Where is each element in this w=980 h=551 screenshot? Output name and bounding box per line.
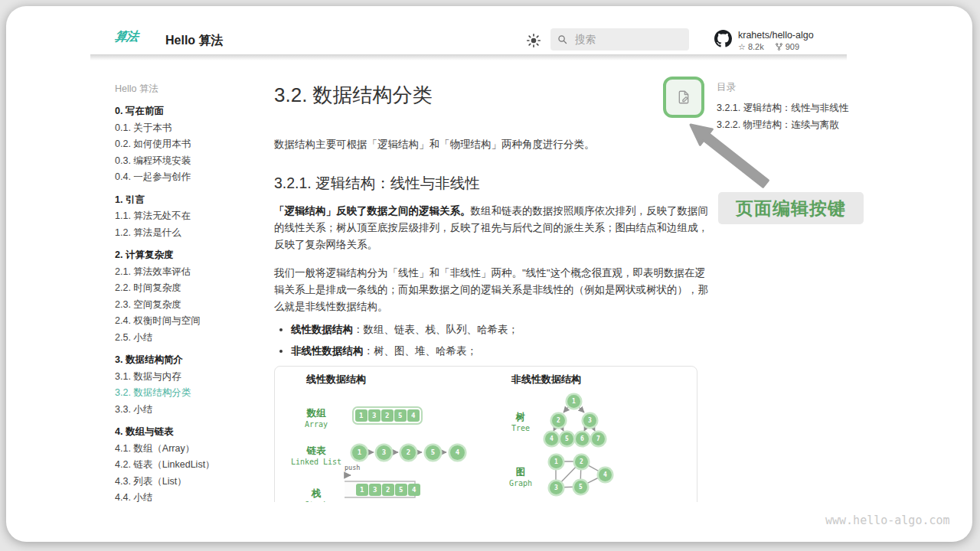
- sidebar-item[interactable]: 0.4. 一起参与创作: [115, 169, 264, 186]
- sidebar-item[interactable]: 1.1. 算法无处不在: [115, 208, 264, 225]
- figure-left-title: 线性数据结构: [306, 373, 366, 386]
- linked-list-label: 链表 Linked List: [282, 445, 351, 467]
- array-label: 数组 Array: [282, 408, 351, 429]
- linked-list-node: 3: [377, 445, 391, 460]
- graph-node: 5: [574, 481, 587, 494]
- data-structure-figure: 线性数据结构 非线性数据结构 数组 Array 13254 链表 Linked …: [274, 366, 697, 502]
- push-label: push: [345, 464, 360, 471]
- toc-list: 3.2.1. 逻辑结构：线性与非线性3.2.2. 物理结构：连续与离散: [717, 99, 900, 133]
- array-cell: 3: [368, 409, 381, 422]
- tree-node: 3: [583, 414, 596, 427]
- sidebar-item[interactable]: 2.4. 权衡时间与空间: [115, 313, 264, 330]
- sidebar-item[interactable]: 0.1. 关于本书: [115, 120, 264, 137]
- bullet-item: 线性数据结构：数组、链表、栈、队列、哈希表；: [291, 321, 712, 338]
- star-icon: ☆: [738, 41, 746, 52]
- tree-node: 1: [567, 395, 580, 408]
- file-edit-icon: [675, 89, 692, 106]
- graph-label: 图 Graph: [498, 467, 544, 488]
- repo-name: krahets/hello-algo: [738, 30, 814, 41]
- array-cell: 4: [407, 409, 420, 422]
- tree-label: 树 Tree: [498, 412, 544, 433]
- github-icon: [714, 30, 732, 47]
- annotation-label: 页面编辑按键: [736, 197, 846, 220]
- toc-item[interactable]: 3.2.1. 逻辑结构：线性与非线性: [717, 99, 900, 116]
- tree-node: 7: [592, 432, 605, 445]
- github-repo-link[interactable]: krahets/hello-algo ☆ 8.2k 909: [714, 30, 814, 52]
- tree-node: 4: [545, 432, 558, 445]
- search-icon: [557, 34, 568, 45]
- sidebar-item[interactable]: 2.3. 空间复杂度: [115, 297, 264, 314]
- bullet-desc: ：树、图、堆、哈希表；: [364, 345, 478, 357]
- site-logo[interactable]: 算法: [114, 29, 139, 45]
- graph-node: 1: [550, 455, 563, 468]
- linked-list-node: 1: [352, 445, 367, 460]
- sidebar-item[interactable]: 0.2. 如何使用本书: [115, 136, 264, 153]
- array-cells: 13254: [354, 408, 421, 423]
- tree-node: 2: [552, 414, 565, 427]
- bullet-term: 线性数据结构: [291, 324, 353, 335]
- section-heading: 3.2.1. 逻辑结构：线性与非线性: [274, 173, 712, 193]
- annotation-callout: 页面编辑按键: [718, 192, 864, 224]
- stack-cell: 2: [382, 484, 394, 496]
- sidebar-item[interactable]: 3.2. 数据结构分类: [115, 385, 264, 402]
- repo-stars: 8.2k: [748, 41, 764, 52]
- stack-cells: 13254: [356, 484, 420, 496]
- sidebar-nav: 0. 写在前面 0.1. 关于本书 0.2. 如何使用本书 0.3. 编程环境安…: [115, 103, 264, 507]
- sidebar-item[interactable]: 2. 计算复杂度: [115, 247, 264, 264]
- theme-toggle-button[interactable]: [525, 32, 542, 49]
- header-divider: [90, 54, 847, 60]
- sidebar-item[interactable]: 2.1. 算法效率评估: [115, 264, 264, 281]
- screenshot-stage: 算法 Hello 算法 krahets/hello-algo ☆: [0, 0, 980, 551]
- repo-forks: 909: [786, 41, 799, 52]
- stack-cell: 3: [369, 484, 381, 496]
- table-of-contents: 目录 3.2.1. 逻辑结构：线性与非线性3.2.2. 物理结构：连续与离散: [717, 80, 900, 133]
- sidebar-item[interactable]: 3. 数据结构简介: [115, 352, 264, 369]
- toc-item[interactable]: 3.2.2. 物理结构：连续与离散: [717, 116, 900, 133]
- main-content: 3.2. 数据结构分类 数据结构主要可根据「逻辑结构」和「物理结构」两种角度进行…: [274, 83, 712, 364]
- sidebar-item[interactable]: 4.3. 列表（List）: [115, 474, 264, 491]
- toc-title: 目录: [717, 80, 900, 95]
- bullet-desc: ：数组、链表、栈、队列、哈希表；: [353, 324, 518, 335]
- figure-right-title: 非线性数据结构: [511, 373, 581, 386]
- fork-icon: [775, 42, 783, 51]
- sidebar-item[interactable]: 0. 写在前面: [115, 103, 264, 120]
- bullet-list: 线性数据结构：数组、链表、栈、队列、哈希表； 非线性数据结构：树、图、堆、哈希表…: [274, 321, 712, 360]
- bullet-item: 非线性数据结构：树、图、堆、哈希表；: [291, 343, 712, 360]
- sun-icon: [525, 32, 542, 49]
- sidebar-item[interactable]: 0.3. 编程环境安装: [115, 153, 264, 170]
- graph-node: 4: [599, 468, 612, 481]
- site-title: Hello 算法: [165, 33, 224, 49]
- sidebar-item[interactable]: 3.1. 数据与内存: [115, 369, 264, 386]
- linked-list-node: 5: [426, 445, 440, 460]
- sidebar-item[interactable]: 2.5. 小结: [115, 330, 264, 347]
- sidebar-item[interactable]: 4.1. 数组（Array）: [115, 441, 264, 458]
- sidebar-item[interactable]: 1. 引言: [115, 192, 264, 209]
- sidebar-item[interactable]: 1.2. 算法是什么: [115, 225, 264, 242]
- page-title: 3.2. 数据结构分类: [274, 83, 712, 107]
- paragraph-logic: 「逻辑结构」反映了数据之间的逻辑关系。数组和链表的数据按照顺序依次排列，反映了数…: [274, 203, 712, 253]
- paragraph-linear: 我们一般将逻辑结构分为「线性」和「非线性」两种。"线性"这个概念很直观，即表明数…: [274, 265, 712, 315]
- stack-cell: 5: [395, 484, 407, 496]
- sidebar: Hello 算法 0. 写在前面 0.1. 关于本书 0.2. 如何使用本书 0…: [115, 81, 264, 507]
- page-edit-button[interactable]: [663, 77, 704, 118]
- array-cell: 2: [381, 409, 394, 422]
- search-input[interactable]: [573, 33, 676, 46]
- linked-list-node: 2: [401, 445, 416, 460]
- stack-cell: 1: [356, 484, 368, 496]
- sidebar-item[interactable]: 2.2. 时间复杂度: [115, 280, 264, 297]
- stack-label: 栈 Stack: [282, 488, 351, 502]
- stack-cell: 4: [408, 484, 420, 496]
- search-box[interactable]: [550, 28, 689, 51]
- sidebar-item[interactable]: 4.2. 链表（LinkedList）: [115, 457, 264, 474]
- array-cell: 1: [355, 409, 368, 422]
- array-cell: 5: [394, 409, 407, 422]
- sidebar-item[interactable]: 3.3. 小结: [115, 402, 264, 419]
- graph-node: 3: [550, 481, 563, 494]
- sidebar-item[interactable]: 4.4. 小结: [115, 490, 264, 507]
- bullet-term: 非线性数据结构: [291, 345, 364, 357]
- sidebar-title: Hello 算法: [115, 81, 264, 97]
- site-watermark: www.hello-algo.com: [825, 514, 950, 527]
- intro-paragraph: 数据结构主要可根据「逻辑结构」和「物理结构」两种角度进行分类。: [274, 136, 712, 153]
- sidebar-item[interactable]: 4. 数组与链表: [115, 424, 264, 441]
- graph-node: 2: [575, 455, 588, 468]
